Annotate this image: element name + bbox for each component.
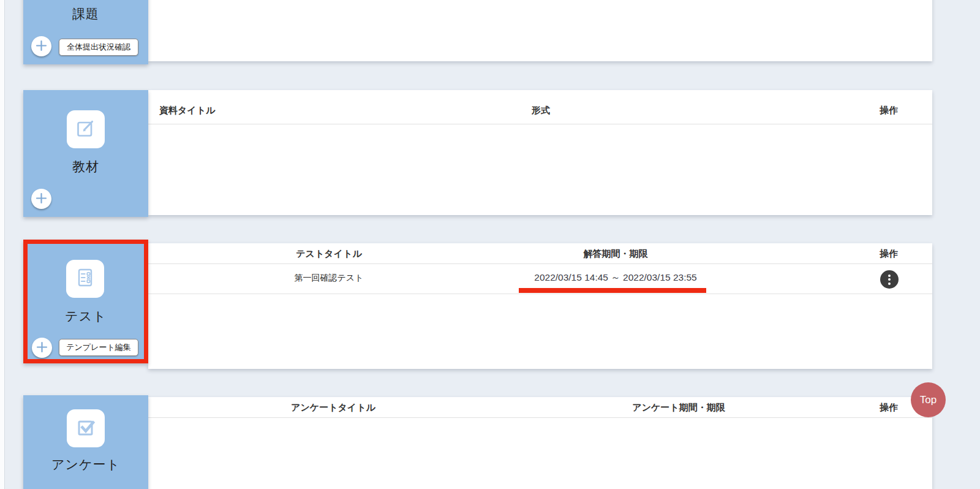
test-template-edit-button[interactable]: テンプレート編集 bbox=[59, 339, 138, 356]
test-checklist-icon bbox=[74, 266, 97, 292]
anketo-table-header: アンケートタイトル アンケート期間・期限 操作 bbox=[148, 397, 932, 418]
test-col-ops: 操作 bbox=[880, 248, 898, 260]
kadai-panel bbox=[148, 0, 932, 61]
plus-icon bbox=[36, 341, 48, 355]
anketo-label: アンケート bbox=[23, 456, 148, 473]
kadai-add-button[interactable] bbox=[31, 36, 51, 56]
kadai-label: 課題 bbox=[23, 6, 148, 23]
test-col-period: 解答期間・期限 bbox=[584, 248, 648, 260]
anketo-col-title: アンケートタイトル bbox=[291, 402, 375, 414]
anketo-panel: アンケートタイトル アンケート期間・期限 操作 bbox=[148, 397, 932, 489]
kyozai-label: 教材 bbox=[23, 158, 148, 175]
kyozai-col-title: 資料タイトル bbox=[159, 105, 215, 116]
kyozai-tile: 教材 bbox=[23, 90, 148, 217]
page-left-edge bbox=[0, 0, 5, 489]
kyozai-table-header: 資料タイトル 形式 操作 bbox=[148, 90, 932, 124]
kyozai-col-format: 形式 bbox=[532, 105, 550, 116]
plus-icon bbox=[36, 40, 47, 53]
test-icon-card bbox=[66, 260, 104, 298]
kyozai-col-ops: 操作 bbox=[880, 105, 898, 116]
test-panel: テストタイトル 解答期間・期限 操作 第一回確認テスト 2022/03/15 1… bbox=[148, 243, 932, 369]
kyozai-icon-card bbox=[67, 110, 105, 148]
test-table-row: 第一回確認テスト 2022/03/15 14:45 ～ 2022/03/15 2… bbox=[148, 264, 932, 294]
anketo-col-period: アンケート期間・期限 bbox=[632, 402, 725, 414]
kebab-menu-icon bbox=[888, 275, 891, 285]
anketo-tile: アンケート bbox=[23, 395, 148, 489]
kyozai-add-button[interactable] bbox=[31, 189, 51, 209]
test-tile-red-highlight: テスト テンプレート編集 bbox=[23, 240, 148, 363]
test-label: テスト bbox=[28, 308, 144, 325]
plus-icon bbox=[36, 192, 47, 206]
test-row-period: 2022/03/15 14:45 ～ 2022/03/15 23:55 bbox=[534, 271, 696, 284]
test-row-kebab-menu-button[interactable] bbox=[880, 270, 899, 289]
test-table-header: テストタイトル 解答期間・期限 操作 bbox=[148, 243, 932, 264]
scroll-to-top-button[interactable]: Top bbox=[911, 382, 946, 417]
test-add-button[interactable] bbox=[32, 338, 52, 358]
kadai-tile: 課題 全体提出状況確認 bbox=[23, 0, 148, 64]
kadai-submission-status-button[interactable]: 全体提出状況確認 bbox=[59, 39, 138, 56]
checkbox-check-icon bbox=[74, 415, 97, 441]
edit-pencil-icon bbox=[74, 116, 97, 142]
test-row-title: 第一回確認テスト bbox=[295, 273, 364, 284]
kyozai-panel: 資料タイトル 形式 操作 bbox=[148, 90, 932, 215]
red-highlight-underline bbox=[519, 288, 706, 293]
anketo-icon-card bbox=[67, 409, 105, 447]
anketo-col-ops: 操作 bbox=[880, 402, 898, 414]
test-col-title: テストタイトル bbox=[296, 248, 361, 260]
